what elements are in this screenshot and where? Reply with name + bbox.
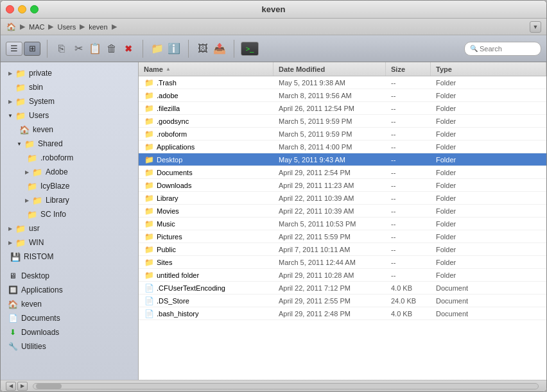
sidebar-item-private[interactable]: ▶ 📁 private [1,66,138,80]
sidebar-item-users[interactable]: ▼ 📁 Users [1,108,138,123]
path-mac[interactable]: MAC [29,23,44,31]
table-row[interactable]: 📁 Downloads April 29, 2011 11:23 AM -- F… [139,179,546,192]
table-row[interactable]: 📁 Pictures April 22, 2011 5:59 PM -- Fol… [139,230,546,243]
sidebar-label-usr: usr [29,224,40,233]
table-row[interactable]: 📁 Desktop May 5, 2011 9:43 AM -- Folder [139,153,546,166]
table-row[interactable]: 📁 .filezilla April 26, 2011 12:54 PM -- … [139,102,546,115]
table-row[interactable]: 📁 Applications March 8, 2011 4:00 PM -- … [139,141,546,153]
file-date: April 22, 2011 10:39 AM [274,192,386,204]
table-row[interactable]: 📁 .Trash May 5, 2011 9:38 AM -- Folder [139,76,546,89]
close-button[interactable] [6,5,14,13]
delete-button[interactable]: 🗑 [104,41,119,56]
file-name: .CFUserTextEncoding [157,284,225,292]
sidebar-item-sbin[interactable]: 📁 sbin [1,80,138,94]
table-row[interactable]: 📁 Public April 7, 2011 10:11 AM -- Folde… [139,243,546,256]
view-controls: ☰ ⊞ [6,42,40,56]
search-input[interactable] [480,45,535,53]
sidebar-label-icyblaze: IcyBlaze [40,182,69,191]
file-icon: 📁 [144,180,154,191]
screenshot-button[interactable]: 🖼 [195,41,211,56]
file-name: Applications [157,143,195,151]
folder-icon-private: 📁 [15,67,26,79]
file-date: April 22, 2011 7:12 PM [274,282,386,294]
table-row[interactable]: 📁 .adobe March 8, 2011 9:56 AM -- Folder [139,89,546,102]
sidebar-item-scinfo[interactable]: 📁 SC Info [1,207,138,221]
sidebar-item-desktop[interactable]: 🖥 Desktop [1,269,138,283]
table-row[interactable]: 📁 Music March 5, 2011 10:53 PM -- Folder [139,217,546,230]
home-icon[interactable]: 🏠 [6,22,16,32]
sidebar-item-adobe[interactable]: ▶ 📁 Adobe [1,165,138,179]
path-keven[interactable]: keven [89,23,107,31]
cut-button[interactable]: ✂ [71,41,86,56]
sidebar-item-system[interactable]: ▶ 📁 System [1,94,138,108]
share-button[interactable]: 📤 [212,41,227,56]
toolbar-sep-1 [47,40,48,58]
sidebar-item-roboform[interactable]: 📁 .roboform [1,151,138,165]
col-header-name[interactable]: Name ▲ [139,62,274,76]
path-dropdown-button[interactable]: ▼ [530,21,541,33]
sidebar-item-applications[interactable]: 🔲 Applications [1,283,138,297]
home-icon-fav: 🏠 [7,298,19,310]
table-row[interactable]: 📄 .bash_history April 29, 2011 2:48 PM 4… [139,307,546,320]
path-sep-3: ▶ [80,22,85,31]
sidebar-item-usr[interactable]: ▶ 📁 usr [1,221,138,235]
table-row[interactable]: 📁 Movies April 22, 2011 10:39 AM -- Fold… [139,205,546,217]
table-row[interactable]: 📁 untitled folder April 29, 2011 10:28 A… [139,269,546,282]
paste-button[interactable]: 📋 [87,41,103,56]
table-row[interactable]: 📁 .goodsync March 5, 2011 9:59 PM -- Fol… [139,115,546,128]
file-icon: 📁 [144,244,154,255]
grid-view-button[interactable]: ⊞ [24,42,40,56]
table-row[interactable]: 📄 .DS_Store April 29, 2011 2:55 PM 24.0 … [139,294,546,307]
disclosure-users: ▼ [6,111,15,120]
file-icon: 📁 [144,78,154,88]
table-row[interactable]: 📁 Documents April 29, 2011 2:54 PM -- Fo… [139,166,546,179]
file-type: Folder [431,166,546,178]
scroll-right-button[interactable]: ▶ [17,382,28,391]
pathbar: 🏠 ▶ MAC ▶ Users ▶ keven ▶ ▼ [1,19,546,35]
file-name-cell: 📄 .CFUserTextEncoding [139,283,274,293]
maximize-button[interactable] [30,5,39,13]
file-name-cell: 📁 Library [139,193,274,203]
delete-x-button[interactable]: ✖ [121,41,136,56]
folder-icon-library: 📁 [31,194,43,206]
new-folder-button[interactable]: 📁 [150,41,165,56]
sidebar-item-utilities[interactable]: 🔧 Utilities [1,339,138,354]
scroll-track[interactable] [33,383,539,389]
file-name-cell: 📁 Music [139,219,274,229]
file-size: -- [386,230,431,243]
copy-button[interactable]: ⎘ [54,41,69,56]
table-row[interactable]: 📁 .roboform March 5, 2011 9:59 PM -- Fol… [139,128,546,141]
sidebar-item-downloads[interactable]: ⬇ Downloads [1,325,138,339]
drive-icon-ristom: 💾 [10,251,21,262]
get-info-button[interactable]: ℹ️ [166,41,182,56]
sidebar-item-library[interactable]: ▶ 📁 Library [1,193,138,207]
sidebar-label-scinfo: SC Info [40,210,66,219]
sidebar-item-icyblaze[interactable]: 📁 IcyBlaze [1,179,138,193]
sidebar-item-documents[interactable]: 📄 Documents [1,311,138,325]
sidebar-item-win[interactable]: ▶ 📁 WIN [1,235,138,250]
sidebar-item-shared[interactable]: ▼ 📁 Shared [1,137,138,151]
path-users[interactable]: Users [57,23,76,31]
table-row[interactable]: 📁 Library April 22, 2011 10:39 AM -- Fol… [139,192,546,205]
file-name: .filezilla [157,105,180,112]
sidebar-item-ristom[interactable]: 💾 RISTOM [1,250,138,264]
search-box[interactable]: 🔍 [464,42,541,56]
table-row[interactable]: 📄 .CFUserTextEncoding April 22, 2011 7:1… [139,282,546,294]
file-type: Folder [431,256,546,268]
table-row[interactable]: 📁 Sites March 5, 2011 12:44 AM -- Folder [139,256,546,269]
sidebar-item-keven-fav[interactable]: 🏠 keven [1,297,138,311]
folder-icon-shared: 📁 [24,138,35,149]
minimize-button[interactable] [18,5,26,13]
list-view-button[interactable]: ☰ [6,42,22,56]
sidebar-item-keven[interactable]: 🏠 keven [1,123,138,137]
file-type: Folder [431,269,546,281]
col-header-size[interactable]: Size [386,62,431,76]
col-header-date[interactable]: Date Modified [274,62,386,76]
file-icon: 📁 [144,90,154,101]
scroll-left-button[interactable]: ◀ [6,382,16,391]
terminal-button[interactable]: >_ [241,42,259,56]
file-size: -- [386,192,431,204]
file-size: -- [386,243,431,255]
col-header-type[interactable]: Type [431,62,546,76]
file-size: -- [386,128,431,140]
